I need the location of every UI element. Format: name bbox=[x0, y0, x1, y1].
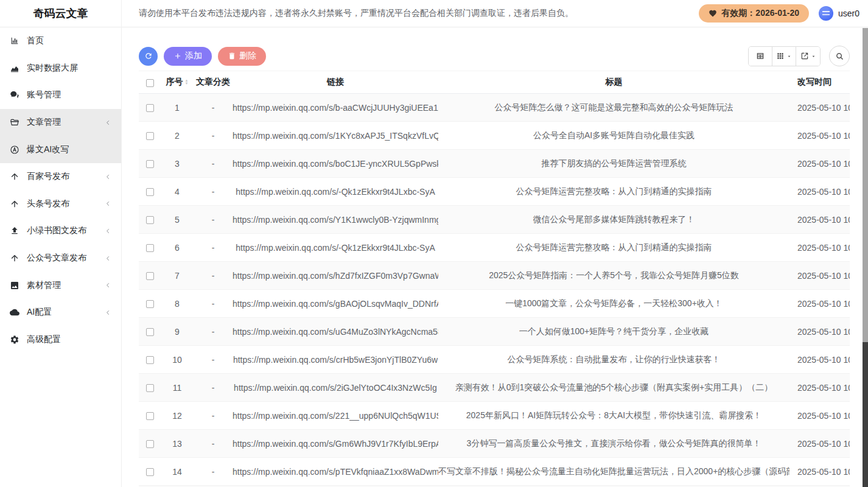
app-logo: 奇码云文章 bbox=[0, 0, 122, 27]
validity-badge-label: 有效期：2026-01-20 bbox=[721, 8, 799, 19]
avatar[interactable] bbox=[819, 6, 833, 21]
chevron-left-icon bbox=[105, 255, 111, 262]
column-header-link: 链接 bbox=[233, 71, 438, 94]
cell-checkbox bbox=[139, 374, 161, 402]
sidebar-item-xiaolvshu-publish[interactable]: 小绿书图文发布 bbox=[0, 217, 121, 245]
table-row[interactable]: 6-https://mp.weixin.qq.com/s/-Qk1zEkkxr9… bbox=[139, 234, 850, 262]
sidebar-item-hot-article-ai-rewrite[interactable]: 爆文AI改写 bbox=[0, 136, 121, 163]
trash-icon bbox=[228, 52, 236, 60]
cell-title: 公众号全自动AI多账号矩阵自动化最佳实践 bbox=[438, 122, 789, 150]
cell-rewrite-time: 2025-05-10 10:0 bbox=[789, 430, 850, 458]
add-button[interactable]: 添加 bbox=[164, 47, 212, 66]
top-header: 奇码云文章 请勿使用本平台发布违法违规内容，违者将永久封禁账号，严重情况平台会配… bbox=[0, 0, 868, 27]
columns-toggle-button[interactable] bbox=[772, 47, 796, 66]
chart-area-icon bbox=[9, 63, 19, 73]
cell-category: - bbox=[194, 122, 233, 150]
cell-rewrite-time: 2025-05-10 10:4 bbox=[789, 206, 850, 234]
sidebar-item-home[interactable]: 首页 bbox=[0, 27, 121, 55]
table-row[interactable]: 12-https://mp.weixin.qq.com/s/221__upp6N… bbox=[139, 402, 850, 430]
platform-notice: 请勿使用本平台发布违法违规内容，违者将永久封禁账号，严重情况平台会配合相关部门调… bbox=[139, 8, 573, 19]
table-row[interactable]: 11-https://mp.weixin.qq.com/s/2iGJelYtoO… bbox=[139, 374, 850, 402]
row-checkbox[interactable] bbox=[146, 328, 154, 336]
table-tools-group bbox=[748, 46, 821, 66]
cell-checkbox bbox=[139, 122, 161, 150]
sidebar-item-advanced-config[interactable]: 高级配置 bbox=[0, 326, 121, 354]
table-row[interactable]: 3-https://mp.weixin.qq.com/s/boC1JE-yncX… bbox=[139, 150, 850, 178]
username: user0 bbox=[838, 9, 859, 18]
row-checkbox[interactable] bbox=[146, 216, 154, 224]
delete-button[interactable]: 删除 bbox=[218, 47, 266, 66]
export-button[interactable] bbox=[796, 47, 820, 66]
cell-seq: 4 bbox=[161, 178, 194, 206]
row-checkbox[interactable] bbox=[146, 300, 154, 308]
table-header-row: 序号 ▲▼ 文章分类 链接 标题 改写时间 bbox=[139, 71, 850, 94]
cloud-icon bbox=[9, 307, 19, 318]
sidebar-item-ai-config[interactable]: AI配置 bbox=[0, 299, 121, 326]
cell-seq: 6 bbox=[161, 234, 194, 262]
table-row[interactable]: 7-https://mp.weixin.qq.com/s/hZd7fxIZGF0… bbox=[139, 262, 850, 290]
cell-rewrite-time: 2025-05-10 10:4 bbox=[789, 234, 850, 262]
cell-checkbox bbox=[139, 234, 161, 262]
row-checkbox[interactable] bbox=[146, 132, 154, 140]
cell-category: - bbox=[194, 94, 233, 122]
refresh-button[interactable] bbox=[139, 47, 158, 66]
cell-link: https://mp.weixin.qq.com/s/b-aaCWcjJUUHy… bbox=[233, 94, 438, 122]
cell-checkbox bbox=[139, 94, 161, 122]
cell-category: - bbox=[194, 178, 233, 206]
sidebar-item-toutiao-publish[interactable]: 头条号发布 bbox=[0, 191, 121, 218]
chart-bar-icon bbox=[9, 36, 19, 46]
row-checkbox[interactable] bbox=[146, 412, 154, 420]
sidebar-item-article-management[interactable]: 文章管理 bbox=[0, 109, 121, 136]
table-row[interactable]: 10-https://mp.weixin.qq.com/s/crHb5wE3jo… bbox=[139, 346, 850, 374]
arrow-up-icon bbox=[9, 172, 19, 182]
column-header-rewrite-time: 改写时间 bbox=[789, 71, 850, 94]
table-row[interactable]: 4-https://mp.weixin.qq.com/s/-Qk1zEkkxr9… bbox=[139, 178, 850, 206]
row-checkbox[interactable] bbox=[146, 272, 154, 280]
sidebar-item-account-management[interactable]: 账号管理 bbox=[0, 82, 121, 109]
cell-title: 微信公众号尾部多媒体矩阵跳转教程来了！ bbox=[438, 206, 789, 234]
sidebar-item-realtime-dashboard[interactable]: 实时数据大屏 bbox=[0, 55, 121, 82]
column-header-title: 标题 bbox=[438, 71, 789, 94]
sidebar-item-material-management[interactable]: 素材管理 bbox=[0, 272, 121, 299]
row-checkbox[interactable] bbox=[146, 384, 154, 392]
search-button[interactable] bbox=[829, 46, 850, 66]
sidebar-item-label: 首页 bbox=[27, 35, 44, 46]
cell-link: https://mp.weixin.qq.com/s/pTEVkfqniaaZ1… bbox=[233, 458, 438, 486]
column-header-seq[interactable]: 序号 ▲▼ bbox=[161, 71, 194, 94]
chevron-left-icon bbox=[105, 119, 111, 126]
cell-rewrite-time: 2025-05-10 10:3 bbox=[789, 290, 850, 318]
vertical-scrollbar-thumb[interactable] bbox=[863, 28, 868, 342]
table-row[interactable]: 5-https://mp.weixin.qq.com/s/Y1K1wwcly0B… bbox=[139, 206, 850, 234]
row-checkbox[interactable] bbox=[146, 160, 154, 168]
table-row[interactable]: 8-https://mp.weixin.qq.com/s/gBAOjOLsqvM… bbox=[139, 290, 850, 318]
cell-seq: 12 bbox=[161, 402, 194, 430]
articles-table: 序号 ▲▼ 文章分类 链接 标题 改写时间 1-https://mp.weixi… bbox=[139, 71, 850, 487]
select-all-checkbox[interactable] bbox=[146, 79, 154, 87]
table-row[interactable]: 1-https://mp.weixin.qq.com/s/b-aaCWcjJUU… bbox=[139, 94, 850, 122]
table-view-button[interactable] bbox=[749, 47, 772, 66]
validity-badge[interactable]: 有效期：2026-01-20 bbox=[699, 4, 809, 23]
sidebar-item-gzh-article-publish[interactable]: 公众号文章发布 bbox=[0, 245, 121, 272]
cell-title: 3分钟写一篇高质量公众号推文，直接演示给你看，做公众号矩阵真的很简单！ bbox=[438, 430, 789, 458]
row-checkbox[interactable] bbox=[146, 440, 154, 448]
table-row[interactable]: 2-https://mp.weixin.qq.com/s/1KYc8xAPJ5_… bbox=[139, 122, 850, 150]
row-checkbox[interactable] bbox=[146, 104, 154, 112]
table-row[interactable]: 13-https://mp.weixin.qq.com/s/Gm6WhJ9V1r… bbox=[139, 430, 850, 458]
cell-rewrite-time: 2025-05-10 10:5 bbox=[789, 94, 850, 122]
cell-link: https://mp.weixin.qq.com/s/uG4MuZo3lNYkA… bbox=[233, 318, 438, 346]
sidebar-item-label: 账号管理 bbox=[27, 89, 61, 100]
vertical-scrollbar-track[interactable] bbox=[863, 28, 868, 487]
chevron-left-icon bbox=[105, 173, 111, 180]
cell-category: - bbox=[194, 234, 233, 262]
table-row[interactable]: 14-https://mp.weixin.qq.com/s/pTEVkfqnia… bbox=[139, 458, 850, 486]
row-checkbox[interactable] bbox=[146, 188, 154, 196]
row-checkbox[interactable] bbox=[146, 356, 154, 364]
cell-seq: 13 bbox=[161, 430, 194, 458]
sidebar-item-baijiahao-publish[interactable]: 百家号发布 bbox=[0, 163, 121, 191]
sidebar-item-label: 爆文AI改写 bbox=[27, 144, 69, 155]
row-checkbox[interactable] bbox=[146, 468, 154, 476]
row-checkbox[interactable] bbox=[146, 244, 154, 252]
table-row[interactable]: 9-https://mp.weixin.qq.com/s/uG4MuZo3lNY… bbox=[139, 318, 850, 346]
cell-checkbox bbox=[139, 206, 161, 234]
sidebar-item-label: 百家号发布 bbox=[27, 171, 69, 182]
